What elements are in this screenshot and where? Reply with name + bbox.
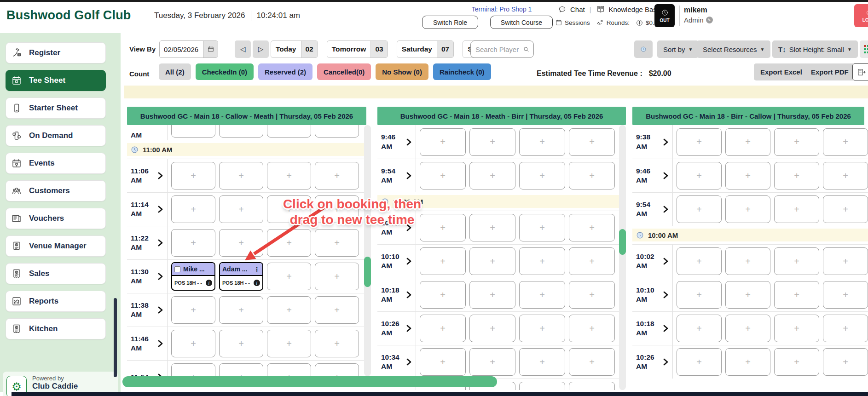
empty-tee-slot[interactable]: + <box>823 315 868 342</box>
empty-tee-slot[interactable]: + <box>823 281 868 309</box>
filter-chip[interactable]: Reserved (2) <box>258 63 312 80</box>
tee-time-label[interactable]: 10:02AM <box>632 245 673 278</box>
empty-tee-slot[interactable]: + <box>725 128 770 156</box>
tee-time-label[interactable]: 9:38 AM <box>632 125 673 159</box>
tee-time-label[interactable]: AM <box>127 125 168 140</box>
empty-tee-slot[interactable]: + <box>219 125 263 138</box>
empty-tee-slot[interactable]: + <box>420 348 466 376</box>
empty-tee-slot[interactable]: + <box>469 162 515 189</box>
empty-tee-slot[interactable]: + <box>519 281 565 309</box>
sidebar-item-events[interactable]: Events <box>6 153 106 174</box>
empty-tee-slot[interactable]: + <box>519 382 565 390</box>
empty-tee-slot[interactable]: + <box>267 162 311 189</box>
empty-tee-slot[interactable]: + <box>677 247 722 275</box>
empty-tee-slot[interactable]: + <box>677 195 722 223</box>
switch-role-button[interactable]: Switch Role <box>422 16 478 29</box>
chat-link[interactable]: Chat <box>570 6 585 13</box>
sidebar-item-customers[interactable]: Customers <box>6 180 106 201</box>
vertical-scrollbar-thumb[interactable] <box>364 257 371 287</box>
search-player-input[interactable] <box>475 46 523 53</box>
info-icon[interactable]: i <box>206 280 212 286</box>
empty-tee-slot[interactable]: + <box>171 229 215 257</box>
empty-tee-slot[interactable]: + <box>171 330 215 357</box>
empty-tee-slot[interactable]: + <box>315 162 359 189</box>
empty-tee-slot[interactable]: + <box>469 315 515 342</box>
tee-time-label[interactable]: 11:38AM <box>127 293 168 327</box>
empty-tee-slot[interactable]: + <box>315 330 359 357</box>
lock-button[interactable]: LOCK <box>854 4 868 27</box>
empty-tee-slot[interactable]: + <box>823 247 868 275</box>
tee-time-label[interactable]: 9:54 AM <box>377 159 416 192</box>
empty-tee-slot[interactable]: + <box>219 296 263 324</box>
empty-tee-slot[interactable]: + <box>315 363 359 376</box>
sidebar-item-reports[interactable]: Reports <box>6 291 106 312</box>
empty-tee-slot[interactable]: + <box>219 363 263 376</box>
empty-tee-slot[interactable]: + <box>677 315 722 342</box>
empty-tee-slot[interactable]: + <box>774 281 819 309</box>
empty-tee-slot[interactable]: + <box>569 162 615 189</box>
empty-tee-slot[interactable]: + <box>519 247 565 275</box>
empty-tee-slot[interactable]: + <box>677 281 722 309</box>
search-player-box[interactable] <box>470 40 534 58</box>
sidebar-item-sales[interactable]: Sales <box>6 263 106 284</box>
tee-time-label[interactable]: 11:14AM <box>127 193 168 226</box>
export-send-button[interactable] <box>852 63 868 80</box>
empty-tee-slot[interactable]: + <box>725 195 770 223</box>
empty-tee-slot[interactable]: + <box>267 263 311 290</box>
empty-tee-slot[interactable]: + <box>725 247 770 275</box>
empty-tee-slot[interactable]: + <box>569 382 615 390</box>
filter-chip[interactable]: CheckedIn (0) <box>196 63 254 80</box>
filter-chip[interactable]: No Show (0) <box>376 63 428 80</box>
tee-time-label[interactable]: 10:34AM <box>377 345 416 379</box>
tee-time-label[interactable]: 10:10AM <box>632 278 673 311</box>
empty-tee-slot[interactable]: + <box>774 315 819 342</box>
slot-height-dropdown[interactable]: T↕Slot Height: Small▼ <box>772 40 858 58</box>
export-pdf-button[interactable]: Export PDF <box>804 63 855 80</box>
empty-tee-slot[interactable]: + <box>469 348 515 376</box>
empty-tee-slot[interactable]: + <box>725 281 770 309</box>
empty-tee-slot[interactable]: + <box>420 315 466 342</box>
tee-time-label[interactable]: 11:06AM <box>127 159 168 192</box>
calendar-icon[interactable] <box>203 41 218 57</box>
select-resources-dropdown[interactable]: Select Resources▼ <box>697 40 770 58</box>
empty-tee-slot[interactable]: + <box>469 281 515 309</box>
empty-tee-slot[interactable]: + <box>219 162 263 189</box>
knowledge-base-link[interactable]: Knowledge Base <box>609 6 661 13</box>
tee-time-label[interactable]: 10:10AM <box>377 245 416 278</box>
booking-card[interactable]: Mike ...POS 18H - -i <box>171 262 215 291</box>
empty-tee-slot[interactable]: + <box>519 214 565 241</box>
clock-out-button[interactable]: OUT <box>654 4 675 27</box>
date-value[interactable]: 02/05/2026 <box>160 46 203 53</box>
empty-tee-slot[interactable]: + <box>420 247 466 275</box>
filter-chip[interactable]: Raincheck (0) <box>433 63 491 80</box>
sidebar-item-starter-sheet[interactable]: Starter Sheet <box>6 98 106 119</box>
filter-chip[interactable]: Cancelled(0) <box>317 63 371 80</box>
day-button-today[interactable]: Today02 <box>271 40 318 58</box>
tee-time-label[interactable]: 10:18AM <box>632 312 673 345</box>
empty-tee-slot[interactable]: + <box>823 195 868 223</box>
empty-tee-slot[interactable]: + <box>569 247 615 275</box>
empty-tee-slot[interactable]: + <box>725 162 770 189</box>
filter-chip[interactable]: All (2) <box>159 63 191 80</box>
empty-tee-slot[interactable]: + <box>420 281 466 309</box>
empty-tee-slot[interactable]: + <box>171 296 215 324</box>
empty-tee-slot[interactable]: + <box>469 214 515 241</box>
empty-tee-slot[interactable]: + <box>774 348 819 376</box>
sidebar-item-vouchers[interactable]: Vouchers <box>6 208 106 229</box>
empty-tee-slot[interactable]: + <box>677 162 722 189</box>
rounds-link[interactable]: Rounds: <box>596 18 630 27</box>
empty-tee-slot[interactable]: + <box>677 348 722 376</box>
tee-time-label[interactable]: 11:22AM <box>127 226 168 259</box>
empty-tee-slot[interactable]: + <box>267 296 311 324</box>
day-button-saturday[interactable]: Saturday07 <box>397 40 454 58</box>
sidebar-scrollbar-thumb[interactable] <box>114 298 117 377</box>
empty-tee-slot[interactable]: + <box>469 128 515 156</box>
empty-tee-slot[interactable]: + <box>267 363 311 376</box>
empty-tee-slot[interactable]: + <box>519 348 565 376</box>
tee-time-label[interactable]: 11:30AM <box>127 260 168 293</box>
empty-tee-slot[interactable]: + <box>171 125 215 138</box>
empty-tee-slot[interactable]: + <box>569 128 615 156</box>
empty-tee-slot[interactable]: + <box>420 128 466 156</box>
empty-tee-slot[interactable]: + <box>569 214 615 241</box>
kebab-menu-icon[interactable]: ⋮ <box>254 265 260 273</box>
